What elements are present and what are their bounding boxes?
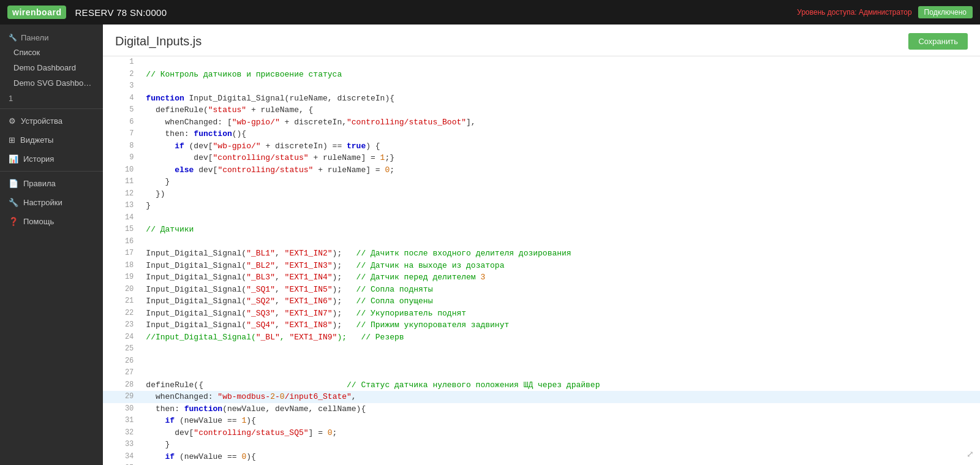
line-number: 19 [103, 271, 140, 284]
code-table: 1 2// Контроль датчиков и присвоение ста… [103, 56, 980, 465]
line-code: defineRule({ // Статус датчика нулевого … [140, 379, 980, 391]
history-icon: 📊 [9, 154, 18, 164]
line-number: 31 [103, 415, 140, 427]
line-number: 3 [103, 80, 140, 93]
table-row: 10 else dev["controlling/status" + ruleN… [103, 164, 980, 176]
table-row: 16 [103, 236, 980, 248]
table-row: 13} [103, 200, 980, 212]
sidebar-item-list[interactable]: Список [0, 45, 103, 60]
line-number: 21 [103, 295, 140, 308]
sidebar-item-demo-svg[interactable]: Demo SVG Dashboard [0, 75, 103, 91]
table-row: 8 if (dev["wb-gpio/" + discreteIn) == tr… [103, 140, 980, 153]
code-editor[interactable]: 1 2// Контроль датчиков и присвоение ста… [103, 56, 980, 465]
expand-icon[interactable]: ⤢ [967, 449, 974, 459]
table-row: 33 } [103, 439, 980, 451]
table-row: 12 }) [103, 188, 980, 200]
line-code [140, 343, 980, 355]
line-number: 16 [103, 236, 140, 248]
line-number: 13 [103, 200, 140, 212]
line-number: 6 [103, 116, 140, 129]
access-level: Уровень доступа: Администратор [797, 8, 911, 17]
line-code [140, 236, 980, 248]
line-code [140, 355, 980, 368]
line-code: if (newValue == 1){ [140, 415, 980, 427]
line-code: whenChanged: "wb-modbus-2-0/input6_State… [140, 391, 980, 403]
table-row: 31 if (newValue == 1){ [103, 415, 980, 427]
table-row: 9 dev["controlling/status" + ruleName] =… [103, 152, 980, 164]
line-code: Input_Digital_Signal("_SQ3", "EXT1_IN7")… [140, 308, 980, 320]
table-row: 14 [103, 212, 980, 224]
line-code: Input_Digital_Signal("_BL2", "EXT1_IN3")… [140, 260, 980, 272]
line-number: 2 [103, 69, 140, 81]
line-number: 1 [103, 56, 140, 69]
table-row: 27 [103, 367, 980, 379]
line-number: 14 [103, 212, 140, 224]
line-code: Input_Digital_Signal("_BL1", "EXT1_IN2")… [140, 248, 980, 260]
main-content: Digital_Inputs.js Сохранить 1 2// Контро… [103, 25, 980, 465]
sidebar-item-help[interactable]: ❓ Помощь [0, 212, 103, 231]
table-row: 4function Input_Digital_Signal(ruleName,… [103, 93, 980, 105]
line-code: Input_Digital_Signal("_SQ4", "EXT1_IN8")… [140, 319, 980, 331]
layout: 🔧 Панели Список Demo Dashboard Demo SVG … [0, 25, 980, 465]
sidebar-divider-2 [0, 171, 103, 172]
sidebar-item-widgets[interactable]: ⊞ Виджеты [0, 130, 103, 149]
line-code: then: function(){ [140, 128, 980, 140]
table-row: 26 [103, 355, 980, 368]
header-right: Уровень доступа: Администратор Подключен… [797, 6, 973, 18]
line-code: if (dev["wb-gpio/" + discreteIn) == true… [140, 140, 980, 153]
line-code: if (newValue == 0){ [140, 451, 980, 463]
table-row: 6 whenChanged: ["wb-gpio/" + discreteIn,… [103, 116, 980, 129]
table-row: 15// Датчики [103, 224, 980, 236]
widgets-icon: ⊞ [9, 135, 15, 145]
sidebar-section-panels[interactable]: 🔧 Панели [0, 28, 103, 45]
table-row: 24//Input_Digital_Signal("_BL", "EXT1_IN… [103, 331, 980, 344]
sidebar: 🔧 Панели Список Demo Dashboard Demo SVG … [0, 25, 103, 465]
connection-status: Подключено [918, 6, 973, 18]
table-row: 35 dev["controlling/status_SQ5"] = 1; [103, 463, 980, 465]
logo: wirenboard [7, 6, 66, 19]
line-code: // Контроль датчиков и присвоение статус… [140, 69, 980, 81]
line-code: whenChanged: ["wb-gpio/" + discreteIn,"c… [140, 116, 980, 129]
line-number: 23 [103, 319, 140, 331]
table-row: 5 defineRule("status" + ruleName, { [103, 104, 980, 116]
line-number: 24 [103, 331, 140, 344]
table-row: 3 [103, 80, 980, 93]
sidebar-item-settings[interactable]: 🔧 Настройки [0, 193, 103, 212]
line-code: dev["controlling/status_SQ5"] = 0; [140, 427, 980, 439]
line-number: 4 [103, 93, 140, 105]
table-row: 32 dev["controlling/status_SQ5"] = 0; [103, 427, 980, 439]
line-code: then: function(newValue, devName, cellNa… [140, 403, 980, 415]
line-number: 15 [103, 224, 140, 236]
sidebar-item-number[interactable]: 1 [0, 91, 103, 106]
sidebar-item-demo-dashboard[interactable]: Demo Dashboard [0, 60, 103, 75]
save-button[interactable]: Сохранить [908, 33, 968, 50]
table-row: 11 } [103, 176, 980, 188]
line-number: 27 [103, 367, 140, 379]
line-number: 18 [103, 260, 140, 272]
history-label: История [23, 154, 54, 164]
sidebar-item-history[interactable]: 📊 История [0, 149, 103, 168]
sidebar-item-devices[interactable]: ⚙ Устройства [0, 112, 103, 130]
table-row: 18Input_Digital_Signal("_BL2", "EXT1_IN3… [103, 260, 980, 272]
line-number: 28 [103, 379, 140, 391]
table-row: 25 [103, 343, 980, 355]
line-number: 32 [103, 427, 140, 439]
panels-label: Панели [21, 33, 48, 42]
line-number: 5 [103, 104, 140, 116]
sidebar-item-rules[interactable]: 📄 Правила [0, 174, 103, 193]
table-row: 29 whenChanged: "wb-modbus-2-0/input6_St… [103, 391, 980, 403]
line-code: } [140, 439, 980, 451]
line-code: }) [140, 188, 980, 200]
line-code: function Input_Digital_Signal(ruleName, … [140, 93, 980, 105]
line-number: 12 [103, 188, 140, 200]
line-number: 11 [103, 176, 140, 188]
line-code: defineRule("status" + ruleName, { [140, 104, 980, 116]
line-number: 29 [103, 391, 140, 403]
line-code: } [140, 176, 980, 188]
line-number: 17 [103, 248, 140, 260]
table-row: 34 if (newValue == 0){ [103, 451, 980, 463]
line-number: 25 [103, 343, 140, 355]
rules-icon: 📄 [9, 179, 18, 188]
line-code: } [140, 200, 980, 212]
line-number: 22 [103, 308, 140, 320]
